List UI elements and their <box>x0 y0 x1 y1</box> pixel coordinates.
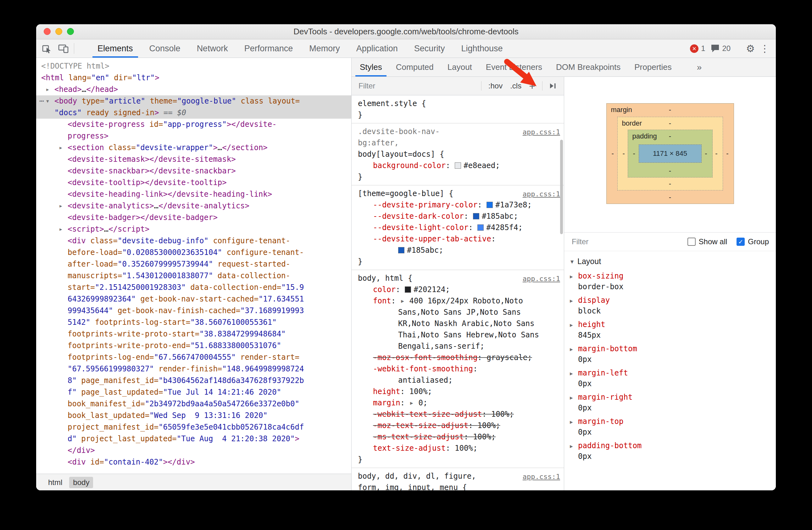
breadcrumb-item-body[interactable]: body <box>69 477 93 488</box>
style-declaration[interactable]: --devsite-light-color: #4285f4; <box>358 222 560 233</box>
dom-tree-node[interactable]: <devsite-tooltip></devsite-tooltip> <box>36 177 351 189</box>
expand-icon[interactable]: ▸ <box>570 392 578 403</box>
show-all-checkbox[interactable]: Show all <box>687 237 727 246</box>
dom-tree-node[interactable]: <devsite-sitemask></devsite-sitemask> <box>36 154 351 165</box>
expand-icon[interactable]: ▸ <box>59 223 63 235</box>
style-declaration[interactable]: text-size-adjust: 100%; <box>358 443 560 454</box>
style-declaration[interactable]: height: 100%; <box>358 386 560 397</box>
dom-tree-node[interactable]: <html lang="en" dir="ltr"> <box>36 72 351 84</box>
stylesheet-link[interactable]: app.css:1 <box>523 471 560 483</box>
computed-property-row[interactable]: ▸height845px <box>570 319 776 340</box>
toggle-class-button[interactable]: .cls <box>506 82 525 90</box>
sidebar-tab-layout[interactable]: Layout <box>440 58 479 76</box>
style-declaration[interactable]: --devsite-primary-color: #1a73e8; <box>358 199 560 211</box>
style-declaration[interactable]: -moz-text-size-adjust: 100%; <box>358 420 560 431</box>
computed-property-row[interactable]: ▸margin-left0px <box>570 368 776 389</box>
color-swatch[interactable] <box>473 213 479 219</box>
computed-property-row[interactable]: ▸margin-bottom0px <box>570 344 776 365</box>
border-top-value[interactable]: - <box>669 119 671 127</box>
expand-icon[interactable]: ▸ <box>59 200 63 212</box>
box-model-margin[interactable]: margin - - - - border - - - - <box>606 103 734 204</box>
stylesheet-link[interactable]: app.css:1 <box>523 126 560 138</box>
computed-property-row[interactable]: ▸box-sizingborder-box <box>570 271 776 292</box>
style-declaration[interactable]: Sans,Noto Sans JP,Noto Sans <box>358 307 560 318</box>
border-bottom-value[interactable]: - <box>669 180 671 188</box>
expand-icon[interactable]: ▸ <box>59 142 63 154</box>
style-declaration[interactable]: #185abc; <box>358 245 560 256</box>
dom-tree-node[interactable]: ▸<section class="devsite-wrapper">…</sec… <box>36 142 351 154</box>
expand-icon[interactable]: ▸ <box>570 344 578 354</box>
expand-icon[interactable]: ▸ <box>570 368 578 379</box>
rendering-toggle-icon[interactable] <box>546 82 560 90</box>
border-left-value[interactable]: - <box>623 150 625 158</box>
style-declaration[interactable]: margin: ▸ 0; <box>358 397 560 408</box>
minimize-button[interactable] <box>55 28 62 35</box>
error-badge[interactable]: × 1 <box>690 44 705 53</box>
dom-tree-node[interactable]: <devsite-badger></devsite-badger> <box>36 212 351 223</box>
margin-left-value[interactable]: - <box>612 150 614 158</box>
margin-top-value[interactable]: - <box>669 106 671 114</box>
style-declaration[interactable]: KR,Noto Naskh Arabic,Noto Sans <box>358 318 560 329</box>
style-declaration[interactable]: -moz-osx-font-smoothing: grayscale; <box>358 352 560 363</box>
tab-lighthouse[interactable]: Lighthouse <box>453 39 511 58</box>
color-swatch[interactable] <box>487 202 493 208</box>
style-declaration[interactable]: -webkit-text-size-adjust: 100%; <box>358 408 560 420</box>
style-declaration[interactable]: --devsite-upper-tab-active: <box>358 233 560 245</box>
dom-tree-node[interactable]: ▸<head>…</head> <box>36 84 351 95</box>
box-model-border[interactable]: border - - - - padding - - - <box>617 117 723 191</box>
color-swatch[interactable] <box>477 224 484 231</box>
tab-memory[interactable]: Memory <box>301 39 348 58</box>
box-model-content[interactable]: 1171 × 845 <box>639 144 701 163</box>
expand-icon[interactable]: ▸ <box>570 441 578 451</box>
style-declaration[interactable]: background-color: #e8eaed; <box>358 160 560 171</box>
computed-property-row[interactable]: ▸margin-right0px <box>570 392 776 413</box>
sidebar-tab-dom-breakpoints[interactable]: DOM Breakpoints <box>549 58 627 76</box>
padding-top-value[interactable]: - <box>669 132 671 140</box>
new-style-rule-button[interactable]: + <box>525 81 539 90</box>
close-button[interactable] <box>44 28 50 35</box>
stylesheet-link[interactable]: app.css:1 <box>523 189 560 200</box>
expand-icon[interactable]: ▸ <box>570 295 578 306</box>
dom-tree-node[interactable]: <devsite-progress id="app-progress"></de… <box>36 118 351 142</box>
node-menu-icon[interactable]: ⋯ <box>39 95 44 107</box>
dom-tree-node[interactable]: ▸<devsite-analytics>…</devsite-analytics… <box>36 200 351 212</box>
color-swatch[interactable] <box>455 163 461 169</box>
style-declaration[interactable]: -webkit-font-smoothing: <box>358 363 560 375</box>
style-declaration[interactable]: } <box>358 109 560 121</box>
kebab-menu-icon[interactable]: ⋮ <box>760 43 770 54</box>
tab-console[interactable]: Console <box>141 39 189 58</box>
style-declaration[interactable]: bg:after, <box>358 137 560 149</box>
sidebar-tab-computed[interactable]: Computed <box>389 58 440 76</box>
style-declaration[interactable]: antialiased; <box>358 375 560 386</box>
style-declaration[interactable]: body[layout=docs] { <box>358 149 560 160</box>
style-declaration[interactable]: form, img, input, menu { <box>358 482 560 490</box>
computed-property-row[interactable]: ▸padding-bottom0px <box>570 441 776 462</box>
computed-property-row[interactable]: ▸margin-top0px <box>570 416 776 437</box>
tab-elements[interactable]: Elements <box>89 39 141 58</box>
issues-badge[interactable]: 20 <box>710 44 731 53</box>
computed-filter-input[interactable] <box>571 237 678 247</box>
margin-right-value[interactable]: - <box>726 150 728 158</box>
margin-bottom-value[interactable]: - <box>669 193 671 201</box>
box-model-padding[interactable]: padding - - - - 1171 × 845 <box>628 130 713 178</box>
dom-tree-node[interactable]: <devsite-snackbar></devsite-snackbar> <box>36 165 351 177</box>
expand-icon[interactable]: ▸ <box>570 271 578 282</box>
dom-tree-node[interactable]: ▸<script>…</script> <box>36 223 351 235</box>
dom-tree-node[interactable]: <!DOCTYPE html> <box>36 60 351 72</box>
dom-tree-node[interactable]: ⋯▾<body type="article" theme="google-blu… <box>36 95 351 118</box>
style-declaration[interactable]: element.style { <box>358 98 560 109</box>
styles-filter-input[interactable] <box>358 81 478 90</box>
style-declaration[interactable]: } <box>358 256 560 267</box>
style-declaration[interactable]: } <box>358 454 560 465</box>
toggle-hover-state-button[interactable]: :hov <box>484 82 506 90</box>
inspect-element-icon[interactable] <box>42 43 52 54</box>
padding-left-value[interactable]: - <box>633 150 635 158</box>
dom-tree-node[interactable]: </div> <box>36 445 351 456</box>
style-declaration[interactable]: -ms-text-size-adjust: 100%; <box>358 431 560 443</box>
styles-scrollbar[interactable] <box>560 140 563 234</box>
expand-icon[interactable]: ▸ <box>570 417 578 427</box>
padding-right-value[interactable]: - <box>705 150 707 158</box>
expand-icon[interactable]: ▸ <box>46 84 50 95</box>
padding-bottom-value[interactable]: - <box>669 167 671 175</box>
settings-gear-icon[interactable]: ⚙ <box>746 43 755 54</box>
